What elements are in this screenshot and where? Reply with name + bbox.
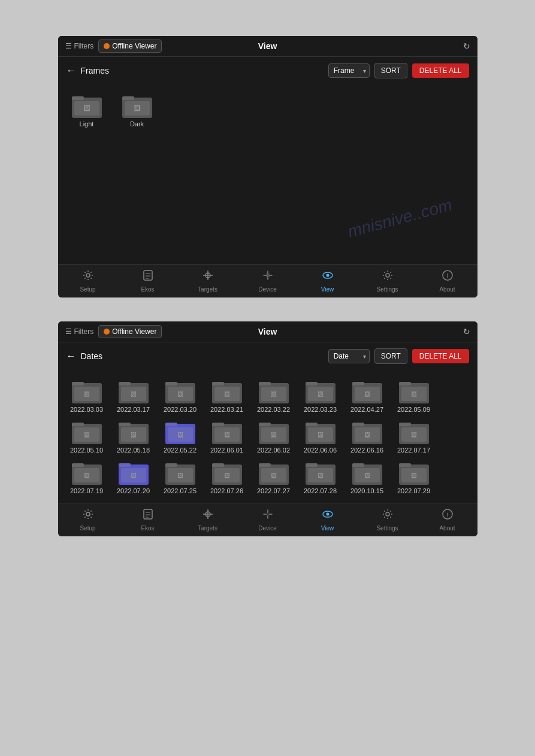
refresh-icon-2[interactable]: ↻: [463, 327, 470, 336]
svg-rect-73: [352, 423, 364, 426]
refresh-icon-1[interactable]: ↻: [463, 41, 470, 51]
folder-date-19[interactable]: 🖼 2022.07.26: [207, 460, 247, 494]
svg-rect-89: [165, 463, 177, 467]
nav-setup-label-2: Setup: [80, 525, 95, 532]
offline-viewer-label-1: Offline Viewer: [112, 42, 156, 50]
date-dropdown-2[interactable]: Date Frame Object: [328, 349, 370, 363]
folder-date-16[interactable]: 🖼 2022.07.19: [67, 460, 107, 494]
folder-date-15[interactable]: 🖼 2022.07.17: [394, 419, 434, 454]
offline-viewer-button-1[interactable]: Offline Viewer: [98, 40, 162, 53]
nav-settings-1[interactable]: Settings: [370, 269, 406, 293]
filter-icon-2: ☰: [65, 327, 72, 336]
folder-date-label-18: 2022.07.25: [164, 487, 197, 494]
folder-date-label-17: 2022.07.20: [117, 487, 150, 494]
folder-date-14[interactable]: 🖼 2022.06.16: [347, 419, 388, 454]
svg-text:🖼: 🖼: [177, 391, 183, 397]
offline-dot-1: [104, 43, 110, 49]
nav-setup-2[interactable]: Setup: [70, 508, 106, 532]
svg-text:🖼: 🖼: [224, 391, 230, 397]
folder-date-label-12: 2022.06.02: [257, 447, 290, 454]
svg-text:🖼: 🖼: [318, 472, 324, 479]
sort-button-1[interactable]: SORT: [374, 63, 407, 78]
folder-icon-dark: 🖼: [122, 93, 152, 118]
delete-all-button-1[interactable]: DELETE ALL: [412, 63, 469, 78]
ekos-icon-1: [142, 269, 154, 284]
nav-device-2[interactable]: Device: [250, 508, 286, 532]
folder-date-10[interactable]: 🖼 2022.05.22: [160, 419, 201, 454]
nav-view-1[interactable]: View: [310, 269, 346, 293]
svg-rect-105: [352, 463, 364, 467]
svg-rect-101: [306, 463, 318, 467]
folder-icon-date-1: 🖼: [119, 378, 149, 403]
back-arrow-1[interactable]: ←: [67, 65, 76, 76]
watermark-1: mnisnive..com: [345, 195, 454, 241]
about-icon-1: i: [442, 269, 454, 284]
folder-date-11[interactable]: 🖼 2022.06.01: [207, 419, 247, 454]
folder-icon-date-16: 🖼: [72, 460, 102, 485]
svg-rect-29: [212, 382, 224, 385]
nav-about-2[interactable]: i About: [430, 508, 466, 532]
svg-text:🖼: 🖼: [84, 432, 90, 438]
top-bar-title-1: View: [258, 41, 277, 51]
svg-rect-61: [212, 423, 224, 426]
offline-viewer-button-2[interactable]: Offline Viewer: [98, 325, 162, 338]
nav-targets-1[interactable]: Targets: [190, 269, 226, 293]
folder-date-12[interactable]: 🖼 2022.06.02: [253, 419, 294, 454]
nav-view-2[interactable]: View: [310, 508, 346, 532]
view-icon-1: [322, 269, 334, 284]
nav-device-1[interactable]: Device: [250, 269, 286, 293]
nav-ekos-2[interactable]: Ekos: [130, 508, 166, 532]
svg-point-8: [86, 274, 90, 277]
header-row-2: ← Dates Date Frame Object SORT DELETE AL…: [58, 342, 477, 370]
folder-date-5[interactable]: 🖼 2022.03.23: [300, 378, 341, 413]
folder-light[interactable]: 🖼 Light: [67, 93, 107, 127]
folder-date-label-22: 2020.10.15: [350, 487, 383, 494]
setup-icon-2: [82, 508, 94, 523]
svg-point-13: [386, 274, 389, 277]
nav-targets-label-1: Targets: [198, 286, 217, 293]
folder-date-4[interactable]: 🖼 2022.03.22: [253, 378, 294, 413]
folder-date-label-16: 2022.07.19: [70, 487, 103, 494]
folder-date-9[interactable]: 🖼 2022.05.18: [113, 419, 154, 454]
folder-date-0[interactable]: 🖼 2022.03.03: [67, 378, 107, 413]
folder-date-17[interactable]: 🖼 2022.07.20: [113, 460, 154, 494]
filters-button-1[interactable]: ☰ Filters: [65, 42, 94, 50]
date-dropdown-wrapper-2[interactable]: Date Frame Object: [328, 349, 370, 363]
back-arrow-2[interactable]: ←: [67, 351, 76, 362]
folder-date-13[interactable]: 🖼 2022.06.06: [300, 419, 341, 454]
folder-date-3[interactable]: 🖼 2022.03.21: [207, 378, 247, 413]
folder-date-7[interactable]: 🖼 2022.05.09: [394, 378, 434, 413]
folder-date-18[interactable]: 🖼 2022.07.25: [160, 460, 201, 494]
svg-text:🖼: 🖼: [271, 432, 277, 438]
folder-date-20[interactable]: 🖼 2022.07.27: [253, 460, 294, 494]
sort-button-2[interactable]: SORT: [374, 348, 407, 364]
folder-date-2[interactable]: 🖼 2022.03.20: [160, 378, 201, 413]
nav-setup-1[interactable]: Setup: [70, 269, 106, 293]
folder-dark[interactable]: 🖼 Dark: [117, 93, 158, 127]
offline-viewer-label-2: Offline Viewer: [112, 327, 156, 336]
frame-dropdown-1[interactable]: Frame Date Object: [328, 63, 370, 78]
delete-all-button-2[interactable]: DELETE ALL: [412, 349, 469, 363]
folder-date-21[interactable]: 🖼 2022.07.28: [300, 460, 341, 494]
nav-settings-2[interactable]: Settings: [370, 508, 406, 532]
filters-button-2[interactable]: ☰ Filters: [65, 327, 94, 336]
nav-targets-2[interactable]: Targets: [190, 508, 226, 532]
svg-point-112: [86, 512, 90, 516]
folder-icon-date-21: 🖼: [306, 460, 335, 485]
folder-icon-date-8: 🖼: [72, 419, 102, 444]
folder-date-22[interactable]: 🖼 2020.10.15: [347, 460, 388, 494]
folder-date-8[interactable]: 🖼 2022.05.10: [67, 419, 107, 454]
folder-date-6[interactable]: 🖼 2022.04.27: [347, 378, 388, 413]
nav-about-1[interactable]: i About: [430, 269, 466, 293]
folder-icon-date-15: 🖼: [399, 419, 429, 444]
folder-date-label-4: 2022.03.22: [257, 406, 290, 413]
folder-icon-date-7: 🖼: [399, 378, 429, 403]
folder-date-1[interactable]: 🖼 2022.03.17: [113, 378, 154, 413]
folder-icon-date-9: 🖼: [119, 419, 149, 444]
frame-dropdown-wrapper-1[interactable]: Frame Date Object: [328, 63, 370, 78]
folder-date-23[interactable]: 🖼 2022.07.29: [394, 460, 434, 494]
folder-date-label-8: 2022.05.10: [70, 447, 103, 454]
nav-ekos-1[interactable]: Ekos: [130, 269, 166, 293]
header-right-2: Date Frame Object SORT DELETE ALL: [328, 348, 469, 364]
settings-icon-1: [382, 269, 394, 284]
